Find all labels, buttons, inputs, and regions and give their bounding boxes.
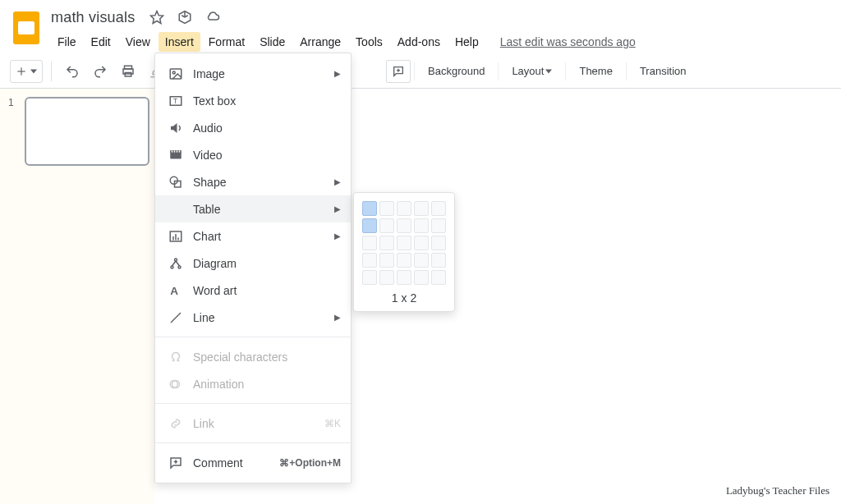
menu-label: Comment [193,456,243,470]
insert-special-characters: Special characters [155,343,351,370]
insert-audio[interactable]: Audio [155,114,351,141]
svg-point-28 [171,266,173,268]
table-picker-cell[interactable] [431,270,446,285]
insert-comment[interactable]: Comment ⌘+Option+M [155,449,351,476]
background-button[interactable]: Background [418,60,494,83]
comment-icon [167,456,185,470]
audio-icon [167,121,185,135]
menu-help[interactable]: Help [448,32,485,52]
insert-video[interactable]: Video [155,141,351,168]
menu-label: Chart [193,230,221,243]
cloud-icon[interactable] [205,10,220,25]
menu-label: Video [193,149,223,162]
table-picker-cell[interactable] [397,253,411,268]
svg-rect-17 [172,150,173,152]
diagram-icon [167,256,185,271]
table-picker-cell[interactable] [414,270,429,285]
insert-image[interactable]: Image ▶ [155,60,351,87]
slide-panel: 1 [0,89,154,504]
slide-thumbnail[interactable] [25,97,149,166]
svg-marker-3 [30,69,37,73]
svg-text:A: A [170,284,178,296]
menu-slide[interactable]: Slide [253,32,292,52]
table-picker-cell[interactable] [379,236,394,250]
menu-view[interactable]: View [119,32,157,52]
layout-button[interactable]: Layout [502,60,562,83]
menu-label: Animation [193,378,244,391]
separator [498,62,499,80]
app-logo[interactable] [10,11,43,44]
insert-diagram[interactable]: Diagram [155,250,351,277]
svg-text:T: T [173,98,177,105]
move-icon[interactable] [177,10,192,25]
doc-title[interactable]: math visuals [51,9,135,26]
menu-arrange[interactable]: Arrange [293,32,347,52]
shape-icon [167,175,185,190]
table-picker-cell[interactable] [397,201,411,216]
toolbar: Background Layout Theme Transition [0,54,841,89]
table-picker-cell[interactable] [379,201,394,216]
menu-edit[interactable]: Edit [85,32,117,52]
svg-rect-19 [177,150,178,152]
svg-rect-18 [174,150,176,152]
line-icon [167,310,185,325]
table-picker-cell[interactable] [431,236,446,250]
animation-icon [167,377,185,392]
insert-table[interactable]: Table ▶ [155,195,351,222]
table-picker-cell[interactable] [362,201,377,216]
star-icon[interactable] [149,10,164,25]
chart-icon [167,229,185,244]
menu-label: Line [193,311,214,324]
svg-point-12 [172,71,175,74]
table-picker-cell[interactable] [362,218,377,233]
insert-wordart[interactable]: A Word art [155,277,351,304]
table-picker-cell[interactable] [379,253,394,268]
new-slide-button[interactable] [10,60,43,83]
header: math visuals File Edit View Insert Forma… [0,0,841,54]
image-icon [167,66,185,81]
table-picker-cell[interactable] [379,218,394,233]
table-picker-cell[interactable] [397,270,411,285]
wordart-icon: A [167,283,185,298]
table-picker-cell[interactable] [397,218,411,233]
table-picker-cell[interactable] [431,201,446,216]
insert-dropdown: Image ▶ T Text box Audio Video Shape ▶ T… [154,53,352,483]
menu-addons[interactable]: Add-ons [391,32,447,52]
menu-format[interactable]: Format [202,32,251,52]
transition-button[interactable]: Transition [630,60,696,83]
chevron-right-icon: ▶ [334,204,341,213]
table-picker-cell[interactable] [362,236,377,250]
svg-marker-10 [545,69,552,73]
table-size-picker[interactable]: 1 x 2 [353,192,455,312]
menu-label: Link [193,417,214,430]
undo-button[interactable] [60,60,85,83]
table-picker-cell[interactable] [431,218,446,233]
omega-icon [167,350,185,364]
table-picker-cell[interactable] [362,253,377,268]
comment-button[interactable] [386,60,411,83]
table-picker-cell[interactable] [379,270,394,285]
theme-button[interactable]: Theme [569,60,622,83]
table-picker-cell[interactable] [362,270,377,285]
insert-link: Link ⌘K [155,410,351,437]
redo-button[interactable] [88,60,113,83]
insert-shape[interactable]: Shape ▶ [155,168,351,195]
table-picker-cell[interactable] [414,236,429,250]
table-picker-cell[interactable] [414,253,429,268]
table-picker-cell[interactable] [431,253,446,268]
last-edit-link[interactable]: Last edit was seconds ago [500,35,636,48]
print-button[interactable] [116,60,140,83]
separator [414,62,415,80]
separator [51,62,52,81]
insert-line[interactable]: Line ▶ [155,304,351,331]
table-picker-cell[interactable] [414,201,429,216]
menu-label: Audio [193,121,223,135]
insert-textbox[interactable]: T Text box [155,87,351,114]
textbox-icon: T [167,94,185,108]
table-picker-cell[interactable] [397,236,411,250]
insert-chart[interactable]: Chart ▶ [155,222,351,250]
table-picker-cell[interactable] [414,218,429,233]
menu-tools[interactable]: Tools [349,32,389,52]
menu-file[interactable]: File [51,32,83,52]
menu-insert[interactable]: Insert [159,32,200,52]
